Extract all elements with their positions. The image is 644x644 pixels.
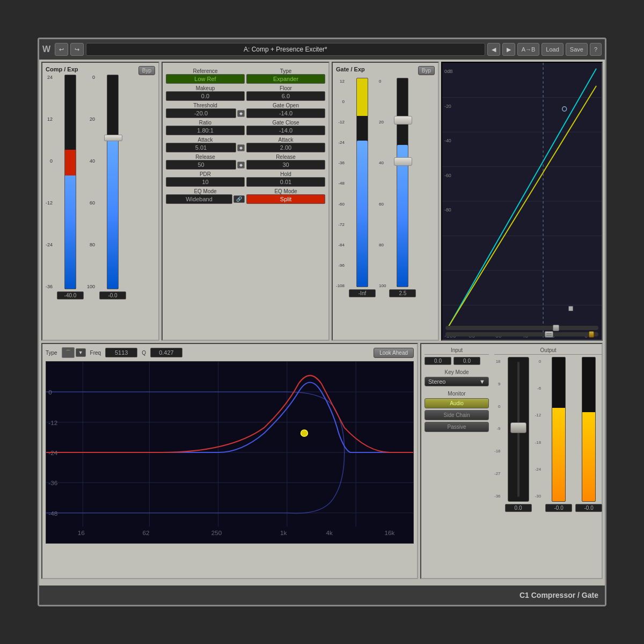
eqmode-comp-value[interactable]: Wideband — [166, 194, 232, 204]
eq-freq-value[interactable]: 5113 — [105, 348, 137, 357]
io-panel: Input 0.0 0.0 Key Mode Stereo ▼ — [420, 343, 603, 579]
save-button[interactable]: Save — [566, 43, 588, 56]
makeup-section: Makeup 0.0 — [166, 85, 245, 101]
release-gate-section: Release 30 — [246, 154, 325, 170]
attack-comp-section: Attack 5.01 ◆ — [166, 137, 245, 152]
gate-bypass-button[interactable]: Byp — [418, 66, 435, 75]
next-preset-button[interactable]: ▶ — [502, 43, 515, 56]
input-val1[interactable]: 0.0 — [425, 357, 451, 365]
load-button[interactable]: Load — [541, 43, 563, 56]
svg-text:16k: 16k — [385, 530, 395, 536]
makeup-label: Makeup — [166, 85, 245, 91]
floor-value[interactable]: 6.0 — [246, 91, 325, 101]
makeup-value[interactable]: 0.0 — [166, 91, 245, 101]
type-label: Type — [246, 68, 325, 74]
controls-grid: Reference Low Ref Type Expander Makeup 0… — [166, 68, 325, 204]
gate-knob-lower[interactable] — [394, 157, 412, 166]
release-link-btn[interactable]: ◆ — [237, 162, 245, 169]
attack-link-btn[interactable]: ◆ — [237, 144, 245, 151]
ratio-value[interactable]: 1.80:1 — [166, 126, 245, 135]
release-gate-value[interactable]: 30 — [246, 160, 325, 170]
svg-text:-48: -48 — [48, 510, 57, 517]
monitor-audio-button[interactable]: Audio — [425, 398, 489, 408]
vu-meter2 — [582, 357, 596, 502]
eq-q-label: Q — [142, 350, 146, 356]
eq-control-point[interactable] — [301, 430, 308, 436]
comp-meters: 24120-12-24-36 -40.0 020406080100 — [46, 75, 155, 311]
threshold-label: Threshold — [166, 103, 245, 108]
hold-value[interactable]: 0.01 — [246, 177, 325, 187]
hold-label: Hold — [246, 171, 325, 177]
svg-rect-23 — [569, 306, 573, 311]
vu-meter1 — [552, 357, 566, 502]
eq-q-value[interactable]: 0.427 — [150, 348, 182, 357]
attack-gate-section: Attack 2.00 — [246, 137, 325, 152]
svg-text:62: 62 — [143, 530, 150, 536]
prev-preset-button[interactable]: ◀ — [487, 43, 500, 56]
toolbar: W ↩ ↪ A: Comp + Presence Exciter* ◀ ▶ A→… — [39, 39, 605, 60]
graph-slider1[interactable] — [553, 325, 559, 331]
svg-text:-24: -24 — [48, 450, 58, 456]
eqmode-comp-label: EQ Mode — [166, 188, 245, 194]
type-section: Type Expander — [246, 68, 325, 84]
eqmode-gate-value[interactable]: Split — [246, 194, 325, 204]
svg-text:4k: 4k — [326, 530, 333, 536]
gate-close-value[interactable]: -14.0 — [246, 126, 325, 135]
type-value[interactable]: Expander — [246, 74, 325, 84]
main-content: Comp / Exp Byp 24120-12-24-36 -40.0 — [39, 60, 605, 586]
svg-text:-80: -80 — [444, 207, 451, 213]
graph-panel: 0dB -20 -40 -60 -80 -100 -80 -6 — [441, 62, 603, 341]
svg-text:-36: -36 — [48, 480, 57, 487]
monitor-sidechain-button[interactable]: Side Chain — [425, 410, 489, 420]
gate-open-label: Gate Open — [246, 103, 325, 108]
attack-gate-value[interactable]: 2.00 — [246, 143, 325, 152]
gate-open-value[interactable]: -14.0 — [246, 108, 325, 118]
keymode-select[interactable]: Stereo ▼ — [425, 377, 489, 386]
comp-title: Comp / Exp — [46, 66, 78, 72]
eqmode-gate-section: EQ Mode Split — [246, 188, 325, 204]
floor-label: Floor — [246, 85, 325, 91]
ratio-label: Ratio — [166, 120, 245, 126]
gain-reduction-graph: 0dB -20 -40 -60 -80 -100 -80 -6 — [442, 63, 602, 340]
input-header: Input — [425, 347, 489, 355]
comp-panel: Comp / Exp Byp 24120-12-24-36 -40.0 — [41, 62, 159, 341]
release-comp-value[interactable]: 50 — [166, 160, 236, 170]
svg-text:0dB: 0dB — [444, 69, 453, 74]
pdr-label: PDR — [166, 171, 245, 177]
lookahead-button[interactable]: Look Ahead — [374, 348, 414, 358]
threshold-value[interactable]: -20.0 — [166, 108, 236, 118]
eq-type-dropdown[interactable]: ▼ — [76, 348, 86, 357]
eq-controls: Type ⌒ ▼ Freq 5113 Q 0.427 Look Ahead — [46, 347, 414, 358]
monitor-passive-button[interactable]: Passive — [425, 422, 489, 432]
graph-threshold-marker[interactable] — [589, 331, 594, 338]
help-button[interactable]: ? — [590, 43, 602, 56]
svg-text:1k: 1k — [280, 530, 287, 536]
gate-value2: 2.5 — [389, 289, 416, 297]
floor-section: Floor 6.0 — [246, 85, 325, 101]
pdr-value[interactable]: 10 — [166, 177, 245, 187]
controls-panel: Reference Low Ref Type Expander Makeup 0… — [162, 62, 330, 341]
ratio-section: Ratio 1.80:1 — [166, 120, 245, 135]
comp-fader-knob[interactable] — [104, 135, 122, 141]
gate-value1: -Inf — [349, 289, 376, 297]
preset-name: A: Comp + Presence Exciter* — [86, 43, 485, 56]
undo-button[interactable]: ↩ — [55, 43, 68, 56]
attack-gate-label: Attack — [246, 137, 325, 143]
attack-comp-value[interactable]: 5.01 — [166, 143, 236, 152]
gate-close-label: Gate Close — [246, 120, 325, 126]
gate-panel: Gate / Exp Byp 120-12-24-36-48-60-72-84-… — [332, 62, 439, 341]
output-fader[interactable] — [508, 357, 529, 502]
threshold-section: Threshold -20.0 ◆ — [166, 103, 245, 118]
eqmode-gate-label: EQ Mode — [246, 188, 325, 194]
graph-slider2[interactable] — [545, 331, 553, 338]
eqmode-link[interactable]: 🔗 — [233, 195, 245, 203]
reference-value[interactable]: Low Ref — [166, 74, 245, 84]
input-val2[interactable]: 0.0 — [453, 357, 480, 365]
gate-knob-upper[interactable] — [394, 116, 412, 125]
comp-bypass-button[interactable]: Byp — [138, 66, 155, 75]
ab-button[interactable]: A→B — [517, 43, 540, 56]
eq-type-shape[interactable]: ⌒ — [62, 347, 75, 358]
redo-button[interactable]: ↪ — [70, 43, 84, 56]
threshold-arrow[interactable]: ◆ — [237, 110, 245, 117]
release-gate-label: Release — [246, 154, 325, 160]
